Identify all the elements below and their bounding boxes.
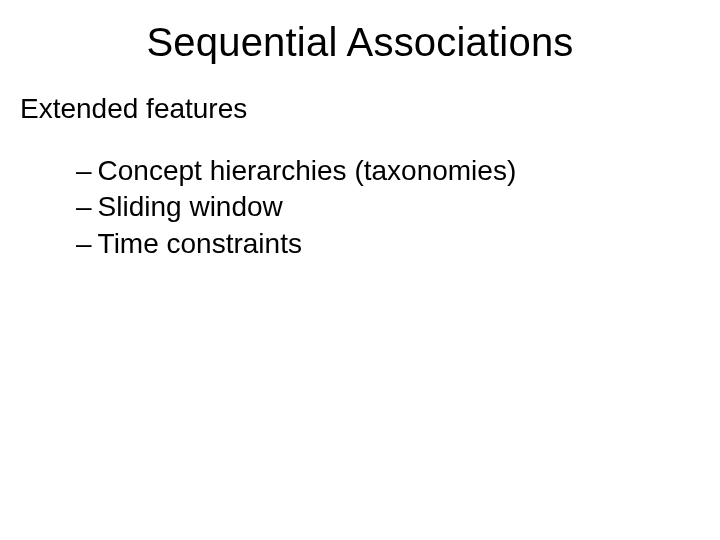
bullet-text: Sliding window xyxy=(98,189,283,225)
bullet-text: Concept hierarchies (taxonomies) xyxy=(98,153,517,189)
bullet-text: Time constraints xyxy=(98,226,302,262)
bullet-marker: – xyxy=(76,189,92,225)
slide-container: Sequential Associations Extended feature… xyxy=(0,0,720,540)
bullet-marker: – xyxy=(76,153,92,189)
list-item: – Concept hierarchies (taxonomies) xyxy=(76,153,704,189)
slide-title: Sequential Associations xyxy=(16,20,704,65)
list-item: – Sliding window xyxy=(76,189,704,225)
bullet-marker: – xyxy=(76,226,92,262)
bullet-list: – Concept hierarchies (taxonomies) – Sli… xyxy=(16,153,704,262)
slide-subtitle: Extended features xyxy=(16,93,704,125)
list-item: – Time constraints xyxy=(76,226,704,262)
